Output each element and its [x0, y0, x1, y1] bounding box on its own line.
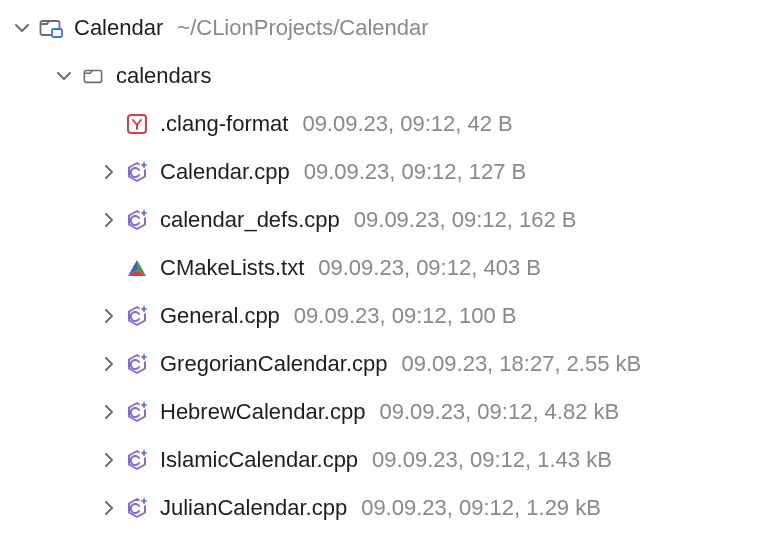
file-name: calendar_defs.cpp: [160, 207, 340, 233]
cpp-file-icon: [122, 401, 152, 423]
file-name: HebrewCalendar.cpp: [160, 399, 365, 425]
chevron-down-icon[interactable]: [50, 68, 78, 84]
file-name: IslamicCalendar.cpp: [160, 447, 358, 473]
cpp-file-icon: [122, 353, 152, 375]
cpp-file-icon: [122, 497, 152, 519]
file-meta: 09.09.23, 09:12, 42 B: [302, 111, 512, 137]
chevron-right-icon[interactable]: [94, 164, 122, 180]
folder-icon: [78, 66, 108, 86]
tree-file[interactable]: IslamicCalendar.cpp09.09.23, 09:12, 1.43…: [0, 436, 782, 484]
tree-file[interactable]: GregorianCalendar.cpp09.09.23, 18:27, 2.…: [0, 340, 782, 388]
cmake-file-icon: [122, 257, 152, 279]
file-name: .clang-format: [160, 111, 288, 137]
tree-folder-calendars[interactable]: calendars: [0, 52, 782, 100]
tree-file[interactable]: HebrewCalendar.cpp09.09.23, 09:12, 4.82 …: [0, 388, 782, 436]
tree-file[interactable]: calendar_defs.cpp09.09.23, 09:12, 162 B: [0, 196, 782, 244]
cpp-file-icon: [122, 305, 152, 327]
cpp-file-icon: [122, 209, 152, 231]
tree-file[interactable]: CMakeLists.txt09.09.23, 09:12, 403 B: [0, 244, 782, 292]
project-path: ~/CLionProjects/Calendar: [177, 15, 428, 41]
file-meta: 09.09.23, 09:12, 1.29 kB: [361, 495, 601, 521]
chevron-right-icon[interactable]: [94, 452, 122, 468]
project-name: Calendar: [74, 15, 163, 41]
cpp-file-icon: [122, 161, 152, 183]
chevron-right-icon[interactable]: [94, 212, 122, 228]
tree-root[interactable]: Calendar~/CLionProjects/Calendar: [0, 4, 782, 52]
file-meta: 09.09.23, 09:12, 403 B: [318, 255, 541, 281]
chevron-right-icon[interactable]: [94, 308, 122, 324]
chevron-right-icon[interactable]: [94, 356, 122, 372]
cpp-file-icon: [122, 449, 152, 471]
chevron-right-icon[interactable]: [94, 500, 122, 516]
tree-file[interactable]: General.cpp09.09.23, 09:12, 100 B: [0, 292, 782, 340]
file-meta: 09.09.23, 09:12, 100 B: [294, 303, 517, 329]
file-name: CMakeLists.txt: [160, 255, 304, 281]
file-meta: 09.09.23, 18:27, 2.55 kB: [401, 351, 641, 377]
tree-file[interactable]: .clang-format09.09.23, 09:12, 42 B: [0, 100, 782, 148]
tree-file[interactable]: Calendar.cpp09.09.23, 09:12, 127 B: [0, 148, 782, 196]
file-meta: 09.09.23, 09:12, 162 B: [354, 207, 577, 233]
file-name: GregorianCalendar.cpp: [160, 351, 387, 377]
project-icon: [36, 17, 66, 39]
file-meta: 09.09.23, 09:12, 127 B: [304, 159, 527, 185]
file-meta: 09.09.23, 09:12, 4.82 kB: [379, 399, 619, 425]
tree-file[interactable]: JulianCalendar.cpp09.09.23, 09:12, 1.29 …: [0, 484, 782, 532]
file-name: JulianCalendar.cpp: [160, 495, 347, 521]
chevron-right-icon[interactable]: [94, 404, 122, 420]
folder-name: calendars: [116, 63, 211, 89]
chevron-down-icon[interactable]: [8, 20, 36, 36]
yaml-file-icon: [122, 113, 152, 135]
file-meta: 09.09.23, 09:12, 1.43 kB: [372, 447, 612, 473]
file-name: Calendar.cpp: [160, 159, 290, 185]
file-name: General.cpp: [160, 303, 280, 329]
